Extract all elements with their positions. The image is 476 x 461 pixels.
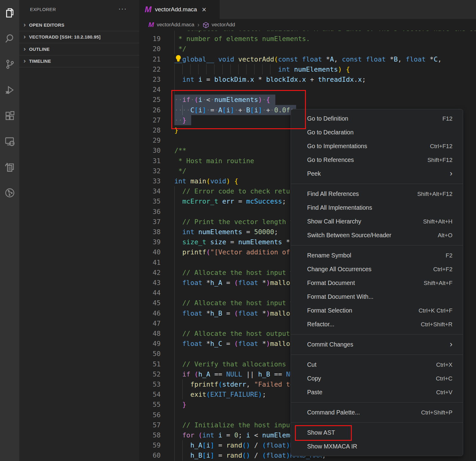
token: float	[406, 55, 426, 63]
submenu-arrow-icon: ›	[450, 169, 452, 177]
circle-branch-icon[interactable]	[0, 183, 19, 203]
token: ]	[230, 106, 234, 114]
token: /	[250, 452, 262, 459]
code-line-18[interactable]: * Computes the vector addition of A and …	[139, 31, 476, 34]
token	[174, 238, 182, 246]
token: float	[182, 279, 202, 287]
menu-item-find-all-implementations[interactable]: Find All Implementations	[291, 201, 463, 215]
run-debug-icon[interactable]	[0, 80, 19, 100]
code-line-24[interactable]: 24	[139, 84, 476, 95]
code-text: }	[174, 125, 178, 135]
token	[290, 66, 294, 73]
menu-item-go-to-declaration[interactable]: Go to Declaration	[291, 126, 463, 139]
token: /	[250, 441, 262, 449]
line-number: 40	[139, 247, 161, 257]
tab-vectoradd-maca[interactable]: M vectorAdd.maca ×	[139, 0, 220, 19]
indent-guide	[174, 410, 175, 420]
menu-item-command-palette[interactable]: Command Palette...Ctrl+Shift+P	[291, 406, 463, 419]
close-tab-icon[interactable]: ×	[202, 6, 206, 13]
token: (	[206, 177, 210, 185]
token: *	[202, 340, 210, 347]
token: (	[206, 391, 210, 398]
doc-arrow-icon[interactable]	[0, 157, 19, 177]
lightbulb-code-action-icon[interactable]	[176, 55, 181, 60]
token: int	[182, 228, 194, 236]
token: float	[182, 340, 202, 347]
token	[174, 228, 182, 236]
source-control-icon[interactable]	[0, 54, 19, 74]
code-line-19[interactable]: 19 * number of elements numElements.	[139, 34, 476, 44]
token: }	[182, 116, 186, 124]
menu-item-switch-between-source-header[interactable]: Switch Between Source/HeaderAlt+O	[291, 228, 463, 242]
sidebar-section-vectoradd-ssh-10-2-180-95[interactable]: ›VECTORADD [SSH: 10.2.180.95]	[19, 31, 139, 43]
token	[174, 197, 182, 205]
menu-item-show-mxmaca-ir[interactable]: Show MXMACA IR	[291, 440, 463, 453]
token	[194, 228, 198, 236]
menu-item-label: Show Call Hierarchy	[307, 218, 361, 225]
token: (	[262, 441, 266, 449]
token	[174, 299, 182, 307]
token: =	[226, 238, 238, 246]
menu-item-commit-changes[interactable]: Commit Changes›	[291, 338, 463, 351]
sidebar-section-open-editors[interactable]: ›OPEN EDITORS	[19, 19, 139, 31]
menu-item-label: Peek	[307, 170, 321, 177]
menu-item-format-document[interactable]: Format DocumentShift+Alt+F	[291, 276, 463, 290]
code-text: int numElements = 50000;	[174, 227, 278, 237]
menu-item-label: Switch Between Source/Header	[307, 232, 391, 239]
menu-item-format-selection[interactable]: Format SelectionCtrl+K Ctrl+F	[291, 304, 463, 317]
menu-item-format-document-with[interactable]: Format Document With...	[291, 290, 463, 304]
token: {	[266, 96, 270, 103]
token: =	[214, 441, 226, 449]
token: (	[262, 452, 266, 459]
search-icon[interactable]	[0, 29, 19, 48]
token: threadIdx	[318, 76, 354, 83]
token: )	[226, 177, 230, 185]
token: int	[278, 66, 290, 73]
token	[174, 421, 182, 429]
menu-item-find-all-references[interactable]: Find All ReferencesShift+Alt+F12	[291, 187, 463, 201]
menu-item-copy[interactable]: CopyCtrl+C	[291, 372, 463, 385]
more-actions-icon[interactable]: ···	[118, 5, 127, 13]
sidebar-section-timeline[interactable]: ›TIMELINE	[19, 55, 139, 68]
menu-item-show-ast[interactable]: Show AST	[291, 426, 463, 440]
code-line-20[interactable]: 20 */	[139, 44, 476, 54]
code-line-21[interactable]: 21__global__ void vectorAdd(const float …	[139, 54, 476, 64]
line-number: 46	[139, 308, 161, 318]
menu-item-go-to-references[interactable]: Go to ReferencesShift+F12	[291, 153, 463, 167]
menu-item-label: Change All Occurrences	[307, 266, 371, 273]
line-number: 44	[139, 288, 161, 298]
line-number: 19	[139, 34, 161, 44]
token: h_A	[198, 370, 210, 378]
menu-item-peek[interactable]: Peek›	[291, 167, 463, 181]
code-line-23[interactable]: 23 int i = blockDim.x * blockIdx.x + thr…	[139, 74, 476, 84]
token	[342, 66, 346, 73]
menu-item-go-to-implementations[interactable]: Go to ImplementationsCtrl+F12	[291, 139, 463, 153]
token: )	[246, 452, 250, 459]
menu-item-paste[interactable]: PasteCtrl+V	[291, 385, 463, 399]
explorer-icon[interactable]	[0, 3, 19, 23]
menu-item-change-all-occurrences[interactable]: Change All OccurrencesCtrl+F2	[291, 262, 463, 276]
token: rand	[226, 452, 242, 459]
remote-explorer-icon[interactable]	[0, 132, 19, 151]
token: i	[206, 452, 210, 459]
breadcrumb-file[interactable]: vectorAdd.maca	[157, 22, 194, 28]
menu-item-cut[interactable]: CutCtrl+X	[291, 358, 463, 372]
token: const	[278, 55, 298, 63]
token: ;	[362, 76, 366, 83]
menu-item-go-to-definition[interactable]: Go to DefinitionF12	[291, 112, 463, 126]
menu-item-rename-symbol[interactable]: Rename SymbolF2	[291, 249, 463, 262]
line-number: 52	[139, 369, 161, 379]
token: ·	[234, 106, 238, 114]
code-line-22[interactable]: 22 int numElements) {	[139, 64, 476, 74]
extensions-icon[interactable]	[0, 106, 19, 126]
line-number: 60	[139, 450, 161, 460]
token: /**	[174, 147, 186, 154]
token: [	[222, 106, 226, 114]
breadcrumb-symbol[interactable]: vectorAdd	[212, 22, 235, 28]
line-number: 55	[139, 399, 161, 410]
menu-item-show-call-hierarchy[interactable]: Show Call HierarchyShift+Alt+H	[291, 215, 463, 228]
code-line-25[interactable]: 25··if·(i·<·numElements)·{	[139, 95, 476, 105]
sidebar-section-outline[interactable]: ›OUTLINE	[19, 43, 139, 55]
menu-item-refactor[interactable]: Refactor...Ctrl+Shift+R	[291, 317, 463, 331]
token	[186, 177, 190, 185]
